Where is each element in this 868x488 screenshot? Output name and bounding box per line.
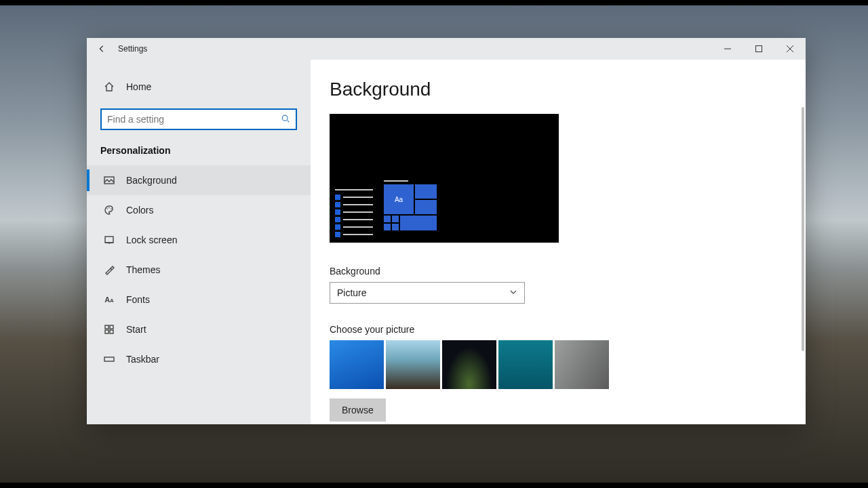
background-field-label: Background	[330, 266, 785, 277]
chevron-down-icon	[509, 287, 517, 298]
svg-point-3	[106, 208, 108, 209]
picture-thumb[interactable]	[330, 340, 384, 389]
nav-label: Lock screen	[126, 235, 177, 245]
maximize-button[interactable]	[743, 38, 774, 60]
nav-label: Fonts	[126, 294, 150, 305]
window-title: Settings	[117, 44, 147, 54]
picture-thumb[interactable]	[442, 340, 496, 389]
fonts-icon: AA	[103, 293, 115, 306]
svg-rect-11	[104, 357, 114, 361]
nav-label: Colors	[126, 205, 153, 216]
svg-point-1	[282, 115, 288, 121]
picture-icon	[103, 174, 115, 186]
titlebar: Settings	[87, 38, 806, 60]
svg-rect-7	[105, 325, 108, 329]
nav-label: Themes	[126, 264, 161, 275]
background-select-value: Picture	[337, 287, 367, 298]
back-button[interactable]	[87, 44, 117, 54]
svg-rect-6	[105, 237, 113, 243]
search-input-wrap[interactable]	[100, 108, 297, 130]
nav-label: Background	[126, 175, 177, 186]
svg-point-4	[108, 207, 110, 209]
close-button[interactable]	[774, 38, 806, 60]
nav-label: Start	[126, 324, 146, 335]
picture-thumb[interactable]	[498, 340, 553, 389]
browse-button[interactable]: Browse	[330, 399, 386, 422]
nav-fonts[interactable]: AA Fonts	[87, 285, 311, 314]
sidebar: Home Personalization Background	[87, 60, 311, 424]
background-preview: Aa	[330, 114, 559, 243]
search-icon	[281, 114, 290, 125]
home-icon	[103, 81, 115, 93]
lockscreen-icon	[103, 234, 115, 246]
scrollbar[interactable]	[802, 107, 804, 351]
svg-rect-10	[110, 330, 113, 333]
nav-start[interactable]: Start	[87, 314, 311, 344]
settings-window: Settings Home	[87, 38, 806, 424]
nav-label: Taskbar	[126, 354, 159, 365]
svg-rect-8	[110, 325, 113, 329]
search-input[interactable]	[107, 114, 281, 125]
nav-home[interactable]: Home	[87, 72, 311, 102]
picture-thumb[interactable]	[555, 340, 609, 389]
nav-themes[interactable]: Themes	[87, 255, 311, 285]
preview-sample-tile: Aa	[384, 184, 414, 214]
sidebar-section-label: Personalization	[87, 140, 311, 165]
nav-home-label: Home	[126, 81, 151, 92]
picture-thumb[interactable]	[386, 340, 440, 389]
svg-point-5	[111, 208, 112, 209]
nav-colors[interactable]: Colors	[87, 195, 311, 225]
nav-taskbar[interactable]: Taskbar	[87, 344, 311, 374]
themes-icon	[103, 264, 115, 276]
background-select[interactable]: Picture	[330, 282, 525, 304]
nav-background[interactable]: Background	[87, 165, 311, 195]
page-heading: Background	[330, 79, 785, 100]
taskbar-icon	[103, 353, 115, 365]
svg-rect-9	[105, 330, 108, 333]
choose-picture-label: Choose your picture	[330, 324, 785, 335]
minimize-button[interactable]	[712, 38, 743, 60]
nav-lockscreen[interactable]: Lock screen	[87, 225, 311, 255]
palette-icon	[103, 204, 115, 216]
svg-rect-0	[756, 46, 762, 52]
start-icon	[103, 323, 115, 336]
main-pane: Background Aa	[311, 60, 806, 424]
picture-thumbnails	[330, 340, 785, 389]
